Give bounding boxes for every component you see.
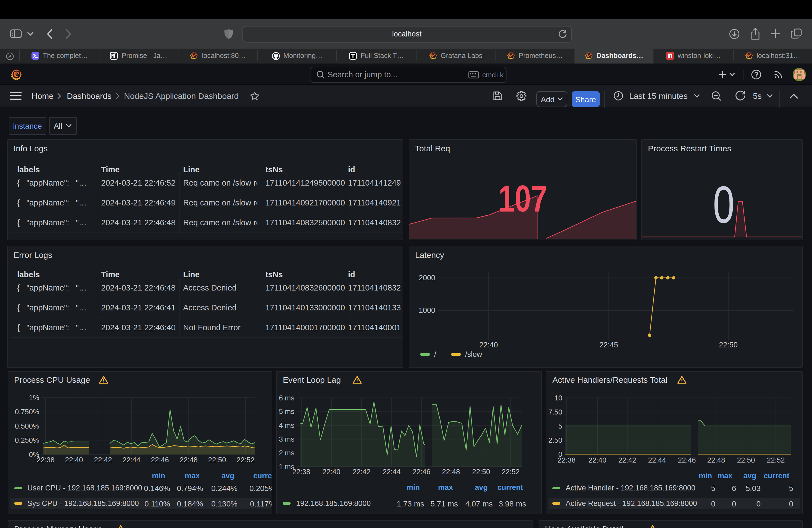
svg-text:22:48: 22:48	[179, 455, 197, 464]
svg-text:4 ms: 4 ms	[279, 421, 294, 429]
svg-text:/slow: /slow	[465, 350, 482, 358]
svg-text:2000: 2000	[418, 274, 435, 282]
svg-text:22:40: 22:40	[64, 455, 83, 464]
svg-text:22:46: 22:46	[678, 456, 696, 464]
svg-text:0.750%: 0.750%	[15, 407, 39, 415]
svg-text:22:44: 22:44	[122, 455, 140, 464]
svg-text:2 ms: 2 ms	[279, 449, 294, 457]
svg-text:22:42: 22:42	[93, 455, 112, 464]
svg-text:/: /	[434, 350, 436, 358]
svg-text:6 ms: 6 ms	[279, 394, 294, 402]
svg-text:1000: 1000	[418, 306, 435, 314]
svg-text:0.500%: 0.500%	[15, 422, 39, 430]
svg-text:5 ms: 5 ms	[279, 407, 294, 415]
svg-text:22:50: 22:50	[719, 341, 737, 349]
svg-text:10: 10	[554, 394, 562, 402]
svg-text:22:50: 22:50	[208, 455, 226, 464]
svg-text:5: 5	[559, 422, 562, 430]
svg-text:3 ms: 3 ms	[279, 435, 294, 443]
svg-text:1%: 1%	[28, 393, 39, 401]
svg-text:22:42: 22:42	[618, 456, 636, 464]
svg-text:22:50: 22:50	[737, 456, 755, 464]
svg-text:22:38: 22:38	[36, 455, 54, 464]
svg-text:2.50: 2.50	[548, 436, 562, 444]
svg-text:22:44: 22:44	[648, 456, 666, 464]
svg-text:22:52: 22:52	[767, 456, 785, 464]
svg-text:22:40: 22:40	[588, 456, 606, 464]
svg-text:7.50: 7.50	[548, 408, 562, 416]
svg-text:22:45: 22:45	[599, 341, 618, 349]
svg-text:22:48: 22:48	[707, 456, 725, 464]
svg-text:0.250%: 0.250%	[15, 436, 39, 444]
svg-text:22:46: 22:46	[150, 455, 169, 464]
svg-text:22:38: 22:38	[557, 456, 576, 464]
svg-text:22:52: 22:52	[236, 455, 254, 464]
svg-text:22:40: 22:40	[479, 341, 498, 349]
